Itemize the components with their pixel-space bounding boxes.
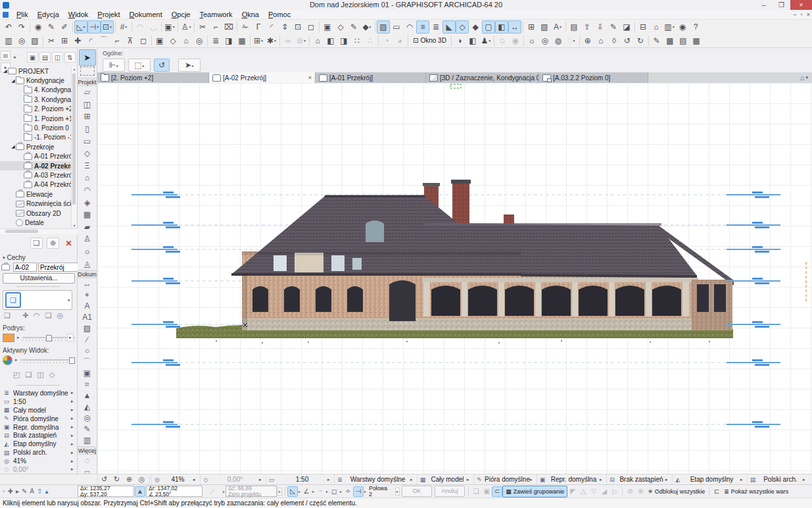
copy-settings-icon[interactable]: ❏ [45,311,52,320]
home-view-button[interactable]: ⌂▾ [796,72,812,83]
elevate-icon[interactable]: ⊼ [124,34,137,47]
tree-item[interactable]: 4. Kondygnacja [0,86,72,95]
quick-option-dimension-standard[interactable]: ▤Polski arch.▸ [0,448,78,457]
layers-cell[interactable]: ≣Warstwy domyślne▸ [334,474,417,484]
tree-item[interactable]: A-02 Przekrój (Mod [0,161,72,170]
dim-standard-cell[interactable]: ▤Polski arch.▸ [747,474,809,484]
cancel-button[interactable]: Anuluj [435,486,465,497]
section-name-field[interactable] [38,263,83,272]
bring-to-front-icon[interactable]: ◤ [567,486,578,497]
quick-option-representation[interactable]: ▣Repr. domyślna▸ [0,423,78,432]
gravity-mesh-icon[interactable]: ◡ [147,20,160,34]
menu-dokument[interactable]: Dokument [125,10,167,19]
lamp-tool-icon[interactable]: ☼ [78,245,97,258]
overrides-cell[interactable]: ⊟Brak zastąpień▸ [606,474,672,484]
section-view-canvas[interactable] [97,83,812,474]
history-back-icon[interactable]: ↺ [98,475,110,484]
send-changes-icon[interactable]: ⇪ [581,20,594,34]
menu-teamwork[interactable]: Teamwork [195,10,237,19]
perspective-icon[interactable]: ♟▾ [479,34,492,47]
figure-tool-icon[interactable]: ▣ [78,368,97,379]
expand-icon[interactable]: ◢ [11,78,16,84]
zoom-level-cell[interactable]: ◎41%▸ [151,474,200,484]
link-elements-icon[interactable]: ❏ [4,311,11,320]
marquee-ops-icon[interactable]: ▣ [321,20,334,34]
detail-tool-icon[interactable]: ✎ [78,424,97,435]
show-all-layers-button[interactable]: ≣ Pokaż wszystkie wars [722,488,790,495]
split-icon[interactable]: ✁ [239,20,252,34]
orbit-mode-icon[interactable]: ◉ [509,34,522,47]
publisher-icon[interactable]: ⌂ [650,20,663,34]
fill2-display-icon[interactable]: ≣ [429,20,442,34]
navigator-chevron-icon[interactable]: ◂ [13,55,16,60]
fill-display-icon[interactable]: ≡ [416,20,429,34]
zone-tool-icon[interactable]: ▰ [78,221,97,234]
element-chart-icon[interactable]: ▥ [2,34,15,47]
angle-snap-icon[interactable]: ∠ [301,486,312,497]
menu-opcje[interactable]: Opcje [167,10,195,19]
restore-button[interactable]: ❐ [773,0,790,10]
menu-projekt[interactable]: Projekt [93,10,124,19]
selection-style-button[interactable]: ❏ ▸ [3,290,72,310]
view-tab-2[interactable]: [A-02 Przekrój]× [209,72,316,83]
snap-guides-icon[interactable]: ⊣▾ [87,20,101,34]
marquee-mode2-button[interactable]: ⬚▸ [128,59,151,72]
print-icon[interactable]: ⊟ [636,20,650,34]
morph-tool-icon[interactable]: ◈ [78,196,97,209]
trim-icon[interactable]: ⌐ [209,20,222,34]
move-mini-icon[interactable]: ✚ [8,488,13,495]
wall-hatch-icon[interactable]: ▨ [377,20,390,34]
receive-changes-icon[interactable]: ⇩ [594,20,607,34]
next-view-icon[interactable]: ↻ [634,34,647,47]
cut-icon[interactable]: ✂ [45,34,58,47]
grid-snap-icon[interactable]: #▾ [117,20,130,34]
group-icon[interactable]: ❏ [471,486,481,497]
zone-update-icon[interactable]: ⊕ [581,34,594,47]
stack-icon[interactable]: ❏ [25,370,32,379]
window-tool-icon[interactable]: ⊞ [78,111,97,123]
new-viewpoint-icon[interactable]: ⊕ [47,238,59,249]
expand-icon[interactable]: ◢ [3,68,8,74]
sheet-icon[interactable]: ◻ [137,34,150,47]
line-tool-icon[interactable]: ∕ [78,334,97,345]
autogroup-icon[interactable]: ⊂ [492,486,502,497]
marquee-mode1-button[interactable]: ⊩▸ [103,59,125,72]
podrys-swatch-arrow[interactable]: ▸ [17,335,20,340]
options-gear-icon[interactable]: ✱▾ [265,34,278,47]
fillet-icon[interactable]: ◜ [265,20,278,34]
resize-icon[interactable]: ⊡ [291,20,304,34]
menu-okna[interactable]: Okna [237,10,264,19]
float-panel-icon[interactable]: ❏ [30,238,43,249]
poly-stretch-icon[interactable]: ◇ [166,34,179,47]
tree-item[interactable]: 0. Poziom 0 [0,123,72,132]
box-stretch-icon[interactable]: ▣ [153,34,166,47]
tree-item[interactable]: 1. Poziom +1 [0,114,72,123]
tree-item[interactable]: 2. Poziom +2 [0,105,72,114]
tree-item[interactable]: Elewacje [0,190,72,199]
representation-cell[interactable]: ▣Repr. domyślna▸ [537,474,606,484]
pen-set-icon[interactable]: ✎ [650,34,663,47]
model-filter-cell[interactable]: ▦Cały model▸ [417,474,473,484]
image-fit-icon[interactable]: ▧ [28,34,41,47]
elevation-tool-icon[interactable]: ▲ [78,390,97,401]
polygon-edit-icon[interactable]: ◇ [334,20,347,34]
object-tool-icon[interactable]: ♙ [78,233,97,245]
renovation-cell[interactable]: ◭Etap domyślny▸ [672,474,747,484]
door-tool-icon[interactable]: ◫ [78,99,97,111]
edit-mini-icon[interactable]: ✎ [22,488,27,495]
fit-view-icon[interactable]: ◊ [608,34,621,47]
coordinate-z-box[interactable]: Δz: 66,86 Zero projektu [226,486,277,497]
render-settings-icon[interactable]: ◌▾ [565,34,578,47]
settings-button[interactable]: Ustawienia... [3,273,75,284]
organizer-icon[interactable]: ▤ [567,20,581,34]
cechy-section-header[interactable]: ▾ Cechy [0,253,78,262]
bring-forward-icon[interactable]: △ [578,486,588,497]
sun-study-icon[interactable]: ☼ [525,34,538,47]
polyline-tool-icon[interactable]: ⌒ [78,357,97,368]
history-fwd-icon[interactable]: ↻ [110,475,123,484]
schedule-icon[interactable]: ▦ [690,34,703,47]
marquee-display-icon[interactable]: ◇ [456,20,469,34]
quick-option-zoom[interactable]: ◎41%▸ [0,457,78,465]
magic-arrow-icon[interactable]: ✎ [347,20,360,34]
unlock-all-button[interactable]: ✳ Odblokuj wszystkie [646,488,707,495]
